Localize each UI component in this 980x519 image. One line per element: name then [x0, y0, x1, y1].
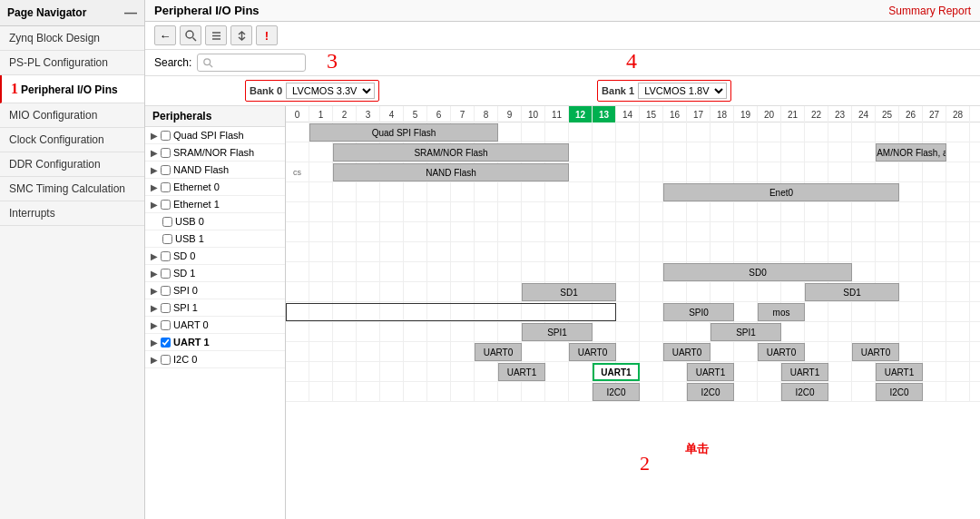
peripheral-checkbox-nand[interactable] — [161, 165, 171, 175]
warning-btn[interactable]: ! — [256, 25, 278, 45]
peripheral-checkbox-sd1[interactable] — [161, 269, 171, 279]
peripheral-checkbox-spi1[interactable] — [161, 303, 171, 313]
sort1-btn[interactable] — [205, 25, 227, 45]
peripheral-checkbox-eth0[interactable] — [161, 182, 171, 192]
grid-cell-eth1-26 — [899, 202, 923, 222]
peripheral-checkbox-uart0[interactable] — [161, 320, 171, 330]
grid-cell-uart0-6 — [427, 342, 451, 362]
sidebar-item-interrupts[interactable]: Interrupts — [0, 201, 144, 226]
grid-cell-eth0-11 — [545, 182, 569, 202]
expand-arrow[interactable]: ▶ — [151, 165, 158, 175]
sidebar-collapse-btn[interactable]: — — [124, 5, 137, 20]
sidebar-item-clock-config[interactable]: Clock Configuration — [0, 128, 144, 152]
grid-cell-usb1-7 — [451, 242, 475, 262]
summary-report-link[interactable]: Summary Report — [888, 5, 971, 17]
grid-cell-usb0-7 — [451, 222, 475, 242]
peripheral-checkbox-usb1[interactable] — [162, 234, 172, 244]
grid-cell-spi0-24 — [852, 302, 876, 322]
grid-cell-uart1-3 — [357, 362, 380, 382]
expand-arrow[interactable]: ▶ — [151, 355, 158, 365]
grid-cell-usb1-21 — [781, 242, 805, 262]
grid-cell-uart1-20 — [758, 362, 781, 382]
sidebar-item-peripheral-io[interactable]: 1Peripheral I/O Pins — [0, 75, 144, 103]
expand-arrow[interactable]: ▶ — [151, 182, 158, 192]
grid-cell-usb1-6 — [427, 242, 451, 262]
grid-cell-sd1-19 — [734, 282, 758, 302]
grid-area[interactable]: 0123456789101112131415161718192021222324… — [286, 106, 980, 519]
expand-arrow[interactable]: ▶ — [151, 338, 158, 348]
peripheral-item-nand[interactable]: ▶NAND Flash — [145, 162, 285, 179]
expand-arrow[interactable]: ▶ — [151, 131, 158, 141]
peripheral-item-eth1[interactable]: ▶Ethernet 1 — [145, 196, 285, 213]
peripheral-item-uart1[interactable]: ▶UART 1 — [145, 334, 285, 351]
peripheral-item-usb1[interactable]: USB 1 — [145, 230, 285, 248]
peripheral-checkbox-i2c0[interactable] — [161, 355, 171, 365]
peripheral-checkbox-spi0[interactable] — [161, 286, 171, 296]
peripheral-item-usb0[interactable]: USB 0 — [145, 213, 285, 230]
peripheral-item-sd0[interactable]: ▶SD 0 — [145, 248, 285, 265]
grid-cell-usb0-28 — [946, 222, 970, 242]
grid-cell-spi1-6 — [427, 322, 451, 342]
pin-num-16: 16 — [663, 106, 687, 122]
peripheral-checkbox-quad-spi[interactable] — [161, 131, 171, 141]
span-label-sd1-10: SD1 — [522, 283, 616, 301]
pin-num-13: 13 — [593, 106, 616, 122]
peripheral-checkbox-usb0[interactable] — [162, 217, 172, 227]
peripheral-item-quad-spi[interactable]: ▶Quad SPI Flash — [145, 127, 285, 144]
grid-cell-uart0-14 — [616, 342, 640, 362]
grid-cell-sd0-12 — [569, 262, 593, 282]
sidebar-item-smc-timing[interactable]: SMC Timing Calculation — [0, 177, 144, 201]
peripheral-item-sd1[interactable]: ▶SD 1 — [145, 265, 285, 282]
grid-cell-sram-nor-14 — [616, 142, 640, 162]
bank0-dropdown[interactable]: LVCMOS 3.3V LVCMOS 1.8V LVCMOS 2.5V — [286, 83, 375, 99]
grid-row-spi1: SPI1SPI1 — [286, 322, 980, 342]
peripheral-item-spi1[interactable]: ▶SPI 1 — [145, 299, 285, 317]
peripheral-item-spi0[interactable]: ▶SPI 0 — [145, 282, 285, 299]
grid-cell-uart0-2 — [333, 342, 357, 362]
expand-arrow[interactable]: ▶ — [151, 303, 158, 313]
peripheral-item-i2c0[interactable]: ▶I2C 0 — [145, 351, 285, 368]
pin-num-14: 14 — [616, 106, 640, 122]
peripheral-item-eth0[interactable]: ▶Ethernet 0 — [145, 179, 285, 196]
sort2-btn[interactable] — [230, 25, 252, 45]
search-btn[interactable] — [180, 25, 201, 45]
grid-cell-nand-23 — [828, 162, 852, 182]
grid-cell-sram-nor-17 — [687, 142, 710, 162]
grid-cell-eth1-2 — [333, 202, 357, 222]
grid-cell-eth0-7 — [451, 182, 475, 202]
grid-cell-usb0-12 — [569, 222, 593, 242]
grid-cell-i2c0-15 — [640, 382, 663, 402]
grid-cell-eth0-8 — [475, 182, 498, 202]
grid-cell-uart0-5 — [404, 342, 427, 362]
expand-arrow[interactable]: ▶ — [151, 148, 158, 158]
expand-arrow[interactable]: ▶ — [151, 320, 158, 330]
bank1-dropdown[interactable]: LVCMOS 1.8V LVCMOS 3.3V LVCMOS 2.5V — [638, 83, 727, 99]
expand-arrow[interactable]: ▶ — [151, 251, 158, 261]
grid-cell-nand-16 — [663, 162, 687, 182]
peripheral-item-sram-nor[interactable]: ▶SRAM/NOR Flash — [145, 144, 285, 162]
expand-arrow[interactable]: ▶ — [151, 269, 158, 279]
span-label-uart0-24: UART0 — [852, 343, 899, 361]
span-label-spi0-20: mos — [758, 303, 805, 321]
peripheral-checkbox-eth1[interactable] — [161, 200, 171, 210]
peripheral-item-uart0[interactable]: ▶UART 0 — [145, 317, 285, 334]
grid-cell-usb1-22 — [805, 242, 828, 262]
sidebar-item-zynq-block[interactable]: Zynq Block Design — [0, 26, 144, 51]
grid-cell-eth1-17 — [687, 202, 710, 222]
back-btn[interactable]: ← — [154, 25, 176, 45]
grid-row-sd0: SD0 — [286, 262, 980, 282]
peripheral-checkbox-sd0[interactable] — [161, 251, 171, 261]
sidebar-item-mio-config[interactable]: MIO Configuration — [0, 103, 144, 128]
expand-arrow[interactable]: ▶ — [151, 200, 158, 210]
grid-cell-usb1-19 — [734, 242, 758, 262]
grid-cell-sd0-10 — [522, 262, 545, 282]
sidebar-item-ps-pl[interactable]: PS-PL Configuration — [0, 51, 144, 75]
expand-arrow[interactable]: ▶ — [151, 286, 158, 296]
grid-cell-usb0-2 — [333, 222, 357, 242]
peripheral-checkbox-sram-nor[interactable] — [161, 148, 171, 158]
peripheral-checkbox-uart1[interactable] — [161, 338, 171, 348]
grid-cell-spi1-21 — [781, 322, 805, 342]
sidebar-item-ddr-config[interactable]: DDR Configuration — [0, 152, 144, 177]
grid-row-sd1: SD1SD1 — [286, 282, 980, 302]
search-input[interactable] — [197, 54, 306, 72]
